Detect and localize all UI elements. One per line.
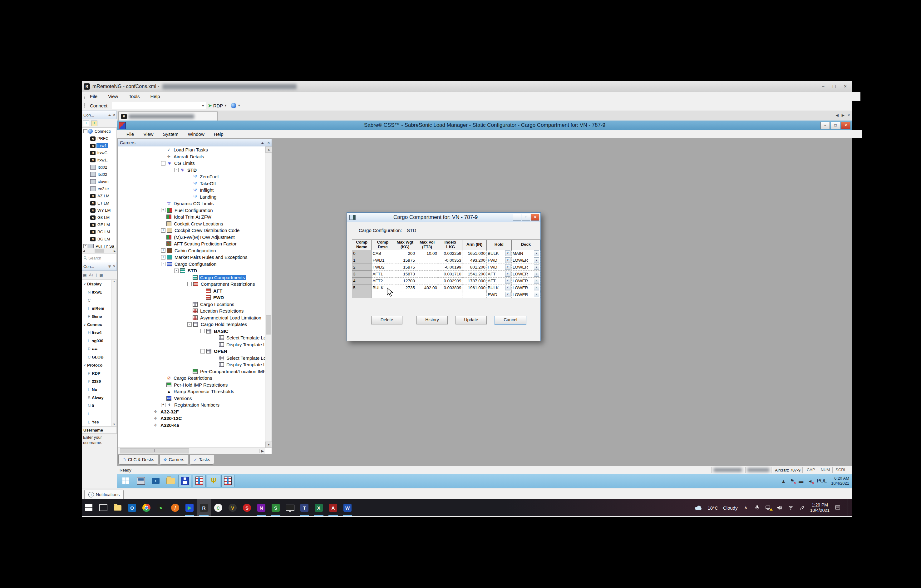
tab-clc-desks[interactable]: ☖CLC & Desks: [118, 455, 158, 465]
chevron-down-icon[interactable]: ∨: [534, 257, 539, 263]
expand-plus-icon[interactable]: +: [161, 208, 166, 212]
dropdown[interactable]: AFT∨: [488, 271, 511, 277]
connection-ctovm[interactable]: ctovm: [82, 178, 116, 185]
excel-taskbar-icon[interactable]: X: [312, 499, 326, 516]
tree-item-location-restrictions[interactable]: Location Restrictions: [118, 308, 265, 314]
connection-ec2-te[interactable]: ec2.te: [82, 185, 116, 192]
tree-item-open[interactable]: -OPEN: [118, 348, 265, 355]
cell-hold-dropdown[interactable]: AFT∨: [487, 277, 511, 284]
scroll-down-icon[interactable]: ▼: [113, 423, 116, 426]
tree-item-cargo-restrictions[interactable]: ØCargo Restrictions: [118, 375, 265, 381]
expand-minus-icon[interactable]: -: [174, 168, 179, 172]
cell-comp-name[interactable]: 2: [352, 264, 371, 270]
expand-plus-icon[interactable]: +: [161, 255, 166, 259]
menu-item-help[interactable]: Help: [150, 94, 160, 99]
sabre-menu-item-view[interactable]: View: [143, 132, 153, 137]
speaker-icon[interactable]: [776, 506, 783, 510]
cell-deck-dropdown[interactable]: LOWER∨: [511, 277, 540, 284]
cell-max-vol[interactable]: [416, 257, 438, 264]
property-section-gatewa[interactable]: ∨Gatewa: [82, 426, 116, 426]
connection-connecti[interactable]: -Connecti: [82, 128, 116, 135]
flag-status-icon[interactable]: ⚑×: [790, 478, 794, 484]
connections-hscrollbar[interactable]: ◀ ▶: [82, 248, 117, 254]
tree-item-compartment-restrictions[interactable]: -Compartment Restrictions: [118, 281, 265, 288]
cell-deck-dropdown[interactable]: LOWER∨: [511, 264, 540, 270]
tab-scroll-left-icon[interactable]: ◀: [836, 113, 839, 117]
connection-et-lm[interactable]: RET LM: [82, 200, 116, 207]
search-box[interactable]: Search: [82, 254, 117, 262]
cell-deck-dropdown[interactable]: LOWER∨: [511, 291, 540, 298]
load-gauge-icon[interactable]: [193, 475, 206, 487]
cell-hold-dropdown[interactable]: FWD∨: [487, 264, 511, 270]
dropdown[interactable]: BULK∨: [488, 285, 511, 291]
connection-prfc[interactable]: RPRFC: [82, 135, 116, 142]
connection-ltxl02[interactable]: ltxl02: [82, 164, 116, 171]
cell-arm[interactable]: 1541.200: [462, 270, 487, 277]
connection-putty-sa[interactable]: +PuTTY Sa: [82, 243, 116, 248]
close-icon[interactable]: ×: [113, 264, 115, 269]
cell-index[interactable]: -0.00353: [438, 257, 462, 264]
cancel-button[interactable]: Cancel: [495, 316, 526, 325]
citrix-taskbar-icon[interactable]: C: [211, 499, 225, 516]
dropdown[interactable]: FWD∨: [488, 257, 511, 264]
dropdown[interactable]: LOWER∨: [513, 257, 539, 264]
file-explorer-icon[interactable]: [164, 475, 177, 487]
cell-comp-desc[interactable]: CAB: [371, 250, 394, 257]
cell-max-vol[interactable]: [416, 264, 438, 270]
scroll-up-icon[interactable]: ▲: [265, 147, 272, 153]
cell-comp-name[interactable]: 4: [352, 277, 371, 284]
dropdown[interactable]: FWD∨: [488, 292, 511, 298]
show-hidden-icons[interactable]: ▲: [781, 478, 786, 484]
dropdown[interactable]: LOWER∨: [513, 285, 539, 291]
cell-index[interactable]: [438, 291, 462, 298]
tree-item-dynamic-cg-limits[interactable]: ▽Dynamic CG Limits: [118, 200, 265, 207]
cell-max-vol[interactable]: [416, 291, 438, 298]
tree-item-a32-32f[interactable]: ✈A32-32F: [118, 409, 265, 415]
tab-scroll-right-icon[interactable]: ▶: [842, 113, 845, 117]
scrollbar-thumb[interactable]: [94, 249, 104, 252]
word-taskbar-icon[interactable]: W: [340, 499, 355, 516]
pin-icon[interactable]: ∓: [108, 113, 111, 117]
scroll-right-icon[interactable]: ▶: [114, 249, 116, 252]
file-explorer-taskbar-icon[interactable]: [111, 499, 125, 516]
tree-item-ramp-supervisor-thresholds[interactable]: ▲Ramp Supervisor Thresholds: [118, 388, 265, 395]
close-icon[interactable]: ×: [267, 140, 270, 145]
scroll-down-icon[interactable]: ▼: [265, 441, 272, 448]
chevron-down-icon[interactable]: ∨: [505, 271, 511, 277]
cell-arm[interactable]: 1787.000: [462, 277, 487, 284]
carriers-vscrollbar[interactable]: ▲ ▼: [265, 147, 272, 448]
connection-gf-lm[interactable]: RGF LM: [82, 221, 116, 228]
cell-index[interactable]: 0.002259: [438, 250, 462, 257]
outlook-taskbar-icon[interactable]: O: [125, 499, 139, 516]
dropdown[interactable]: LOWER∨: [513, 264, 539, 270]
tree-item-fwd[interactable]: FWD: [118, 294, 265, 301]
mremoteng-taskbar-icon[interactable]: R: [197, 499, 211, 516]
expand-minus-icon[interactable]: -: [174, 269, 179, 273]
cell-comp-desc[interactable]: AFT1: [371, 270, 394, 277]
tree-item-m-zfw-m-tow-adjustment[interactable]: (M)ZFW/(M)TOW Adjustment: [118, 234, 265, 241]
tree-item-landing[interactable]: ΨLanding: [118, 194, 265, 200]
connection-az-lm[interactable]: RAZ LM: [82, 192, 116, 200]
sabre-menu-item-window[interactable]: Window: [188, 132, 204, 137]
cell-arm[interactable]: 493.200: [462, 257, 487, 264]
tree-item-cargo-locations[interactable]: Cargo Locations: [118, 301, 265, 308]
start-taskbar-icon[interactable]: [82, 499, 96, 516]
scrollbar-thumb[interactable]: [266, 315, 271, 334]
cell-comp-name[interactable]: 3: [352, 270, 371, 277]
rdp-session-tab[interactable]: R: [118, 111, 218, 121]
chevron-down-icon[interactable]: ∨: [505, 285, 511, 290]
sabre-menu-item-help[interactable]: Help: [214, 132, 223, 137]
teams-taskbar-icon[interactable]: T: [297, 499, 312, 516]
muted-speaker-icon[interactable]: ◄×: [808, 478, 812, 484]
chevron-down-icon[interactable]: ∨: [534, 278, 539, 283]
new-connection-icon[interactable]: +: [83, 121, 89, 126]
cell-max-wgt[interactable]: 15875: [394, 257, 416, 264]
scroll-left-icon[interactable]: ◀: [83, 249, 85, 252]
dropdown[interactable]: LOWER∨: [513, 278, 539, 284]
tree-item-fuel-configuration[interactable]: +Fuel Configuration: [118, 207, 265, 214]
tree-item-aircraft-details[interactable]: ✈Aircraft Details: [118, 153, 265, 160]
rdp-connect-button[interactable]: ➤ RDP ▼: [206, 102, 229, 109]
tree-item-ideal-trim-at-zfw[interactable]: Ideal Trim At ZFW: [118, 213, 265, 220]
cell-max-vol[interactable]: [416, 277, 438, 284]
history-button[interactable]: History: [417, 316, 448, 324]
